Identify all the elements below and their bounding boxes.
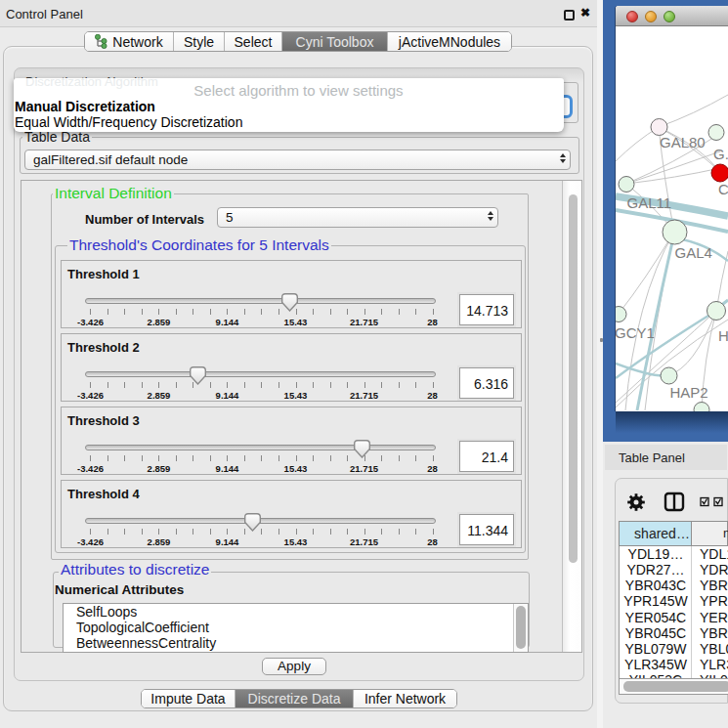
- svg-text:GCY1: GCY1: [616, 324, 655, 341]
- svg-text:GAL11: GAL11: [627, 194, 672, 211]
- svg-text:GAL80: GAL80: [660, 134, 706, 150]
- svg-text:C: C: [718, 181, 728, 197]
- svg-text:G.: G.: [713, 146, 728, 162]
- svg-text:H: H: [718, 327, 728, 344]
- svg-text:HAP2: HAP2: [670, 384, 708, 401]
- svg-text:GAL4: GAL4: [675, 244, 712, 261]
